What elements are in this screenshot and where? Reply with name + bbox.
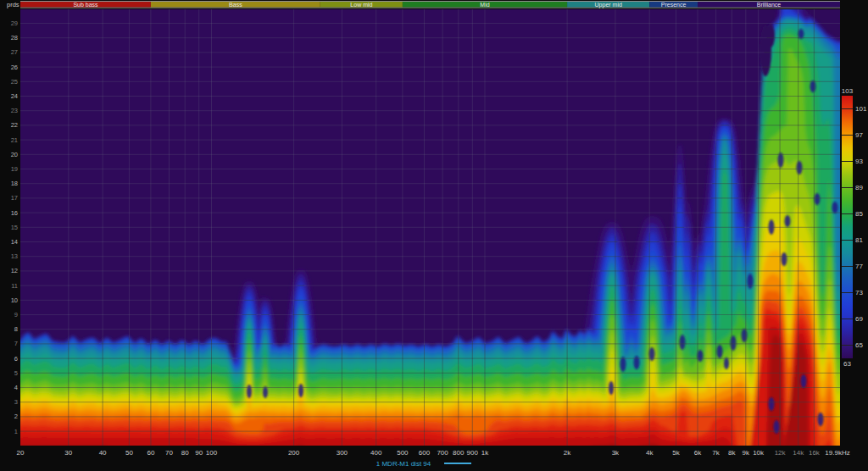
svg-text:600: 600 — [419, 449, 431, 457]
svg-text:21: 21 — [11, 136, 18, 144]
svg-text:25: 25 — [11, 78, 18, 86]
svg-text:40: 40 — [99, 449, 107, 457]
svg-text:1: 1 — [14, 428, 18, 435]
svg-text:24: 24 — [11, 92, 18, 100]
svg-text:93: 93 — [855, 158, 863, 165]
svg-text:90: 90 — [195, 449, 203, 457]
svg-text:28: 28 — [11, 34, 18, 42]
svg-text:103: 103 — [842, 87, 854, 95]
svg-text:80: 80 — [181, 449, 189, 457]
svg-text:4: 4 — [14, 384, 18, 391]
svg-text:15: 15 — [11, 224, 18, 231]
svg-text:2: 2 — [14, 413, 18, 420]
svg-text:30: 30 — [64, 449, 72, 457]
svg-text:800: 800 — [453, 449, 465, 457]
svg-text:3: 3 — [14, 398, 18, 406]
svg-text:18: 18 — [11, 180, 18, 187]
svg-text:9: 9 — [14, 311, 18, 319]
svg-text:1 MDR-M1 dist 94: 1 MDR-M1 dist 94 — [376, 460, 431, 468]
svg-text:Bass: Bass — [229, 2, 242, 8]
svg-text:17: 17 — [11, 194, 18, 202]
svg-text:500: 500 — [397, 449, 409, 457]
svg-text:29: 29 — [11, 19, 18, 27]
svg-text:81: 81 — [855, 236, 863, 244]
svg-text:69: 69 — [855, 315, 863, 323]
svg-text:300: 300 — [337, 449, 348, 457]
svg-text:20: 20 — [11, 151, 18, 158]
svg-text:85: 85 — [855, 210, 863, 218]
svg-text:12k: 12k — [775, 449, 787, 457]
svg-text:89: 89 — [855, 184, 863, 191]
svg-text:65: 65 — [855, 341, 863, 349]
svg-text:19.9kHz: 19.9kHz — [825, 449, 849, 457]
svg-text:63: 63 — [843, 360, 851, 368]
svg-text:16: 16 — [11, 209, 18, 217]
svg-text:13: 13 — [11, 252, 18, 260]
svg-text:23: 23 — [11, 107, 18, 114]
svg-text:5k: 5k — [672, 449, 680, 457]
svg-text:14: 14 — [11, 238, 18, 246]
svg-text:77: 77 — [855, 263, 863, 270]
svg-text:6: 6 — [14, 355, 18, 363]
svg-text:Presence: Presence — [661, 2, 687, 8]
svg-text:900: 900 — [467, 449, 479, 457]
svg-text:1k: 1k — [481, 449, 489, 457]
svg-text:97: 97 — [855, 131, 863, 139]
svg-text:700: 700 — [437, 449, 448, 457]
svg-text:14k: 14k — [793, 449, 804, 457]
svg-text:8: 8 — [14, 325, 18, 333]
svg-text:70: 70 — [165, 449, 173, 457]
svg-text:Brilliance: Brilliance — [757, 2, 782, 8]
svg-text:3k: 3k — [612, 449, 620, 457]
svg-text:73: 73 — [855, 289, 863, 296]
svg-text:27: 27 — [11, 48, 18, 56]
svg-text:19: 19 — [11, 165, 18, 173]
svg-text:Mid: Mid — [480, 2, 489, 8]
svg-text:prds: prds — [7, 1, 19, 8]
svg-text:20: 20 — [17, 449, 25, 457]
svg-text:16k: 16k — [809, 449, 821, 457]
svg-text:4k: 4k — [646, 449, 654, 457]
svg-text:7: 7 — [14, 340, 18, 347]
svg-text:101: 101 — [855, 105, 867, 113]
svg-text:Low mid: Low mid — [350, 2, 372, 8]
svg-text:8k: 8k — [728, 449, 736, 457]
svg-text:10: 10 — [11, 296, 18, 304]
svg-text:9k: 9k — [743, 449, 750, 457]
svg-text:12: 12 — [11, 267, 18, 274]
svg-text:100: 100 — [206, 449, 218, 457]
svg-text:22: 22 — [11, 121, 18, 129]
svg-text:2k: 2k — [564, 449, 571, 457]
svg-text:7k: 7k — [712, 449, 720, 457]
svg-text:6k: 6k — [694, 449, 702, 457]
svg-text:Sub bass: Sub bass — [73, 2, 98, 8]
svg-text:11: 11 — [11, 282, 18, 290]
svg-text:200: 200 — [288, 449, 300, 457]
svg-text:10k: 10k — [753, 449, 765, 457]
svg-text:60: 60 — [147, 449, 154, 457]
svg-text:Upper mid: Upper mid — [595, 2, 622, 8]
svg-text:400: 400 — [370, 449, 382, 457]
svg-text:5: 5 — [14, 369, 18, 377]
svg-text:50: 50 — [125, 449, 133, 457]
svg-text:26: 26 — [11, 64, 18, 71]
